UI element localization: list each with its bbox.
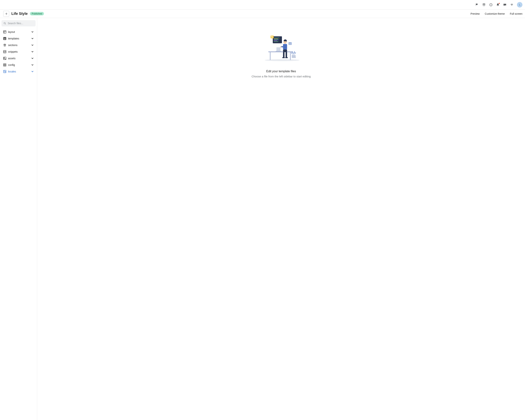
sidebar-folder-config[interactable]: config [1, 62, 36, 68]
sidebar-folder-label: sections [8, 44, 29, 47]
svg-rect-32 [283, 52, 284, 57]
svg-point-2 [4, 22, 5, 24]
chevron-down-icon [31, 31, 34, 33]
svg-rect-8 [5, 38, 6, 38]
sections-icon [3, 44, 6, 47]
config-icon [3, 63, 6, 67]
back-button[interactable] [3, 11, 9, 17]
workspace: layout templates sections [0, 18, 525, 420]
svg-point-12 [4, 57, 5, 58]
sidebar-folder-label: assets [8, 57, 29, 60]
chevron-down-icon [31, 50, 34, 53]
templates-icon [3, 37, 6, 40]
svg-rect-31 [283, 49, 287, 52]
svg-rect-33 [286, 52, 287, 57]
search-icon [3, 22, 6, 25]
empty-state-title: Edit your template files [266, 70, 296, 73]
sidebar-folder-label: snippets [8, 50, 29, 53]
svg-rect-44 [271, 36, 274, 38]
avatar-initial: L [519, 3, 520, 6]
header-bar: Life Style Published Preview Customize t… [0, 10, 525, 18]
chat-icon[interactable] [503, 3, 507, 7]
chevron-down-icon [31, 44, 34, 46]
svg-text:?: ? [490, 4, 491, 6]
sidebar-folder-label: config [8, 63, 29, 67]
sidebar-folder-label: templates [8, 37, 29, 40]
svg-text:{}: {} [289, 43, 291, 45]
main-content: {} Edit your template files Choose a fil… [37, 18, 525, 420]
svg-rect-9 [4, 38, 6, 39]
store-icon[interactable] [482, 3, 486, 7]
svg-point-16 [5, 65, 6, 65]
empty-illustration: {} [263, 33, 300, 62]
sidebar-folder-snippets[interactable]: snippets [1, 49, 36, 55]
page-title: Life Style [11, 11, 28, 16]
wifi-icon[interactable] [510, 3, 514, 7]
svg-rect-36 [276, 47, 281, 51]
svg-rect-25 [270, 52, 271, 60]
header-actions: Preview Customize theme Full screen [470, 12, 522, 15]
assets-icon [3, 57, 6, 60]
preview-button[interactable]: Preview [470, 12, 480, 15]
snippets-icon [3, 50, 6, 53]
notifications-icon[interactable] [496, 3, 500, 7]
search-input[interactable] [8, 22, 34, 25]
fullscreen-button[interactable]: Full screen [510, 12, 522, 15]
avatar[interactable]: L [517, 2, 522, 8]
svg-rect-34 [282, 57, 285, 58]
sidebar-folder-sections[interactable]: sections [1, 42, 36, 48]
chevron-down-icon [31, 37, 34, 40]
svg-point-18 [4, 65, 4, 66]
svg-rect-39 [274, 38, 279, 38]
chevron-down-icon [31, 57, 34, 60]
sidebar-folder-label: locales [8, 70, 29, 73]
chevron-down-icon [31, 70, 34, 73]
notification-dot [499, 3, 500, 4]
empty-state-subtitle: Choose a file from the left sidebar to s… [252, 75, 311, 78]
svg-point-14 [4, 64, 4, 65]
locales-icon [3, 70, 6, 73]
sidebar-folder-layout[interactable]: layout [1, 29, 36, 35]
flag-icon[interactable] [475, 3, 479, 7]
chevron-down-icon [31, 64, 34, 66]
svg-rect-43 [274, 41, 278, 42]
svg-rect-41 [274, 40, 279, 40]
svg-rect-7 [4, 38, 5, 38]
utility-bar: ? L [0, 0, 525, 10]
svg-rect-20 [3, 70, 6, 73]
svg-rect-37 [276, 51, 281, 52]
sidebar-folder-label: layout [8, 30, 29, 33]
svg-rect-40 [274, 39, 278, 39]
svg-rect-3 [3, 31, 6, 33]
status-badge: Published [30, 12, 44, 15]
layout-icon [3, 30, 6, 33]
help-icon[interactable]: ? [489, 3, 493, 7]
svg-rect-30 [280, 47, 281, 48]
sidebar-folder-assets[interactable]: assets [1, 55, 36, 61]
file-sidebar: layout templates sections [0, 18, 37, 420]
svg-rect-42 [274, 40, 277, 41]
sidebar-folder-locales[interactable]: locales [1, 69, 36, 75]
customize-theme-button[interactable]: Customize theme [485, 12, 505, 15]
svg-rect-35 [285, 57, 288, 58]
svg-rect-26 [290, 52, 291, 60]
search-box[interactable] [1, 20, 36, 26]
sidebar-folder-templates[interactable]: templates [1, 36, 36, 41]
